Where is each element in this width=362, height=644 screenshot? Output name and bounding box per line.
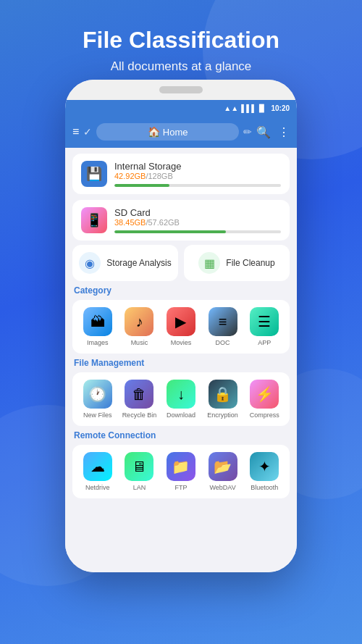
ftp-label: FTP [174, 484, 187, 491]
newfiles-icon: 🕐 [83, 380, 112, 409]
file-management-content: 🕐 New Files 🗑 Recycle Bin ↓ Download 🔒 E… [72, 372, 290, 426]
status-time: 10:20 [271, 104, 290, 112]
wifi-icon: ▲▲ [224, 104, 238, 112]
phone-notch [159, 86, 203, 93]
compress-icon: ⚡ [250, 380, 279, 409]
home-label: Home [163, 127, 188, 138]
internal-storage-progress-bar [114, 184, 281, 187]
signal-icon: ▌▌▌ [241, 104, 256, 112]
file-cleanup-icon: ▦ [198, 252, 220, 274]
search-icon[interactable]: 🔍 [256, 125, 271, 139]
app-icon: ☰ [250, 307, 279, 336]
home-breadcrumb[interactable]: 🏠 Home [96, 123, 239, 141]
category-movies[interactable]: ▶ Movies [163, 307, 199, 346]
category-grid: 🏔 Images ♪ Music ▶ Movies ≡ DOC [77, 307, 285, 346]
webdav-icon: 📂 [209, 452, 237, 481]
category-app[interactable]: ☰ APP [246, 307, 282, 346]
images-label: Images [87, 339, 109, 346]
file-management-section: File Management 🕐 New Files 🗑 Recycle Bi… [72, 358, 290, 426]
category-title: Category [72, 285, 290, 296]
sd-card-name: SD Card [114, 207, 281, 218]
page-subtitle: All documents at a glance [0, 59, 362, 74]
category-content: 🏔 Images ♪ Music ▶ Movies ≡ DOC [72, 300, 290, 354]
music-icon: ♪ [125, 307, 153, 336]
movies-label: Movies [171, 339, 192, 346]
ftp-icon: 📁 [167, 452, 195, 481]
images-icon: 🏔 [83, 307, 112, 336]
phone-top-bar [65, 80, 297, 100]
fm-download[interactable]: ↓ Download [163, 380, 199, 419]
home-icon: 🏠 [148, 126, 160, 138]
fm-recycle[interactable]: 🗑 Recycle Bin [121, 380, 157, 419]
recycle-icon: 🗑 [125, 380, 153, 409]
remote-connection-content: ☁ Netdrive 🖥 LAN 📁 FTP 📂 WebDAV [72, 445, 290, 498]
storage-analysis-label: Storage Analysis [106, 258, 171, 268]
app-label: APP [258, 339, 271, 346]
storage-analysis-button[interactable]: ◉ Storage Analysis [72, 245, 178, 281]
rc-webdav[interactable]: 📂 WebDAV [205, 452, 241, 491]
rc-bluetooth[interactable]: ✦ Bluetooth [246, 452, 282, 491]
file-management-grid: 🕐 New Files 🗑 Recycle Bin ↓ Download 🔒 E… [77, 380, 285, 419]
sd-card-progress-bar [114, 230, 281, 233]
doc-icon: ≡ [209, 307, 237, 336]
remote-connection-title: Remote Connection [72, 430, 290, 440]
bluetooth-icon: ✦ [250, 452, 279, 481]
edit-icon[interactable]: ✏ [243, 126, 252, 138]
internal-storage-fill [114, 184, 169, 187]
sd-card-size: 38.45GB/57.62GB [114, 218, 281, 227]
category-images[interactable]: 🏔 Images [80, 307, 116, 346]
internal-storage-info: Internal Storage 42.92GB/128GB [114, 161, 281, 187]
phone-content: 💾 Internal Storage 42.92GB/128GB 📱 SD Ca… [65, 148, 297, 572]
file-management-title: File Management [72, 358, 290, 368]
category-music[interactable]: ♪ Music [121, 307, 157, 346]
remote-connection-grid: ☁ Netdrive 🖥 LAN 📁 FTP 📂 WebDAV [77, 452, 285, 491]
movies-icon: ▶ [167, 307, 195, 336]
fm-newfiles[interactable]: 🕐 New Files [80, 380, 116, 419]
netdrive-label: Netdrive [85, 484, 110, 491]
internal-storage-icon: 💾 [81, 161, 107, 187]
doc-label: DOC [216, 339, 230, 346]
rc-lan[interactable]: 🖥 LAN [121, 452, 157, 491]
download-icon: ↓ [167, 380, 195, 409]
check-icon[interactable]: ✓ [83, 126, 92, 138]
page-title: File Classification [0, 0, 362, 54]
internal-storage-name: Internal Storage [114, 161, 281, 172]
quick-actions: ◉ Storage Analysis ▦ File Cleanup [72, 245, 290, 281]
menu-icon[interactable]: ≡ [72, 125, 79, 138]
sd-card-info: SD Card 38.45GB/57.62GB [114, 207, 281, 233]
music-label: Music [131, 339, 148, 346]
battery-icon: ▉ [259, 104, 265, 112]
file-cleanup-button[interactable]: ▦ File Cleanup [184, 245, 290, 281]
download-label: Download [167, 411, 195, 419]
rc-ftp[interactable]: 📁 FTP [163, 452, 199, 491]
webdav-label: WebDAV [209, 484, 235, 491]
phone-mockup: ▲▲ ▌▌▌ ▉ 10:20 ≡ ✓ 🏠 Home ✏ 🔍 ⋮ 💾 Intern… [65, 80, 297, 572]
netdrive-icon: ☁ [83, 452, 112, 481]
rc-netdrive[interactable]: ☁ Netdrive [80, 452, 116, 491]
lan-label: LAN [133, 484, 146, 491]
storage-analysis-icon: ◉ [79, 252, 101, 274]
status-bar: ▲▲ ▌▌▌ ▉ 10:20 [65, 100, 297, 116]
app-bar: ≡ ✓ 🏠 Home ✏ 🔍 ⋮ [65, 116, 297, 148]
file-cleanup-label: File Cleanup [226, 258, 274, 268]
remote-connection-section: Remote Connection ☁ Netdrive 🖥 LAN 📁 FTP [72, 430, 290, 498]
sd-card-fill [114, 230, 226, 233]
category-doc[interactable]: ≡ DOC [205, 307, 241, 346]
newfiles-label: New Files [83, 411, 112, 419]
app-bar-actions: 🔍 ⋮ [256, 125, 290, 139]
lan-icon: 🖥 [125, 452, 153, 481]
internal-storage-card[interactable]: 💾 Internal Storage 42.92GB/128GB [72, 154, 290, 194]
recycle-label: Recycle Bin [122, 411, 157, 419]
fm-encryption[interactable]: 🔒 Encryption [205, 380, 241, 419]
encryption-icon: 🔒 [209, 380, 237, 409]
more-icon[interactable]: ⋮ [278, 125, 290, 139]
internal-storage-size: 42.92GB/128GB [114, 172, 281, 180]
encryption-label: Encryption [207, 411, 238, 419]
fm-compress[interactable]: ⚡ Compress [246, 380, 282, 419]
compress-label: Compress [250, 411, 279, 419]
category-section: Category 🏔 Images ♪ Music ▶ Movies [72, 285, 290, 354]
sd-card-icon: 📱 [81, 207, 107, 233]
bluetooth-label: Bluetooth [251, 484, 278, 491]
sd-card-card[interactable]: 📱 SD Card 38.45GB/57.62GB [72, 200, 290, 241]
